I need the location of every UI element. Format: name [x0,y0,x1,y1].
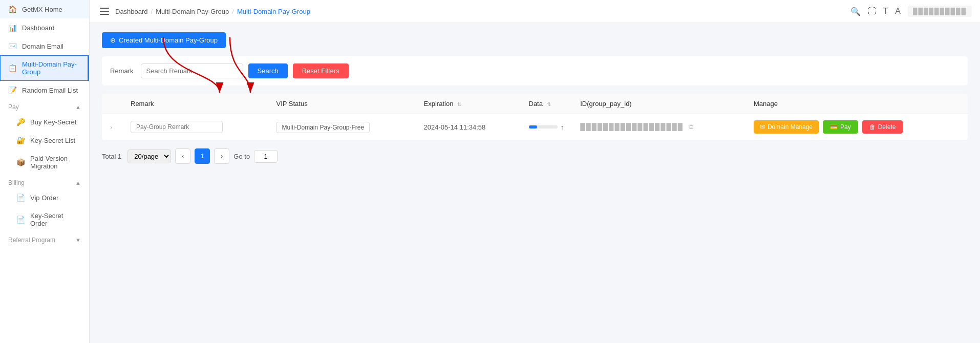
user-info: ██████████ [908,6,972,17]
sidebar-item-home-label: GetMX Home [22,6,62,13]
paid-migration-icon: 📦 [16,158,25,166]
domain-manage-button[interactable]: ✉ Domain Manage [754,120,819,134]
col-expand [102,94,122,114]
sidebar-section-referral: Referral Program ▼ [0,232,89,246]
hamburger-menu[interactable] [98,6,111,17]
vip-status-cell: Multi-Domain Pay-Group-Free [268,114,415,140]
sidebar-section-pay: Pay ▲ [0,99,89,113]
data-bar-bg [529,125,558,128]
expand-cell[interactable]: › [102,114,122,140]
domain-manage-icon: ✉ [760,123,765,131]
create-multi-domain-button[interactable]: ⊕ Created Multi-Domain Pay-Group [102,32,226,48]
manage-cell: ✉ Domain Manage 💳 Pay 🗑 Delete [745,114,968,140]
sidebar-item-domain-email[interactable]: ✉️ Domain Email [0,37,89,55]
sidebar-item-dashboard-label: Dashboard [22,24,55,32]
sidebar-section-referral-label: Referral Program [8,237,55,244]
fullscreen-icon[interactable]: ⛶ [868,7,876,16]
sidebar: 🏠 GetMX Home 📊 Dashboard ✉️ Domain Email… [0,0,90,343]
data-sort-icon: ⇅ [547,101,551,107]
next-page-button[interactable]: › [214,148,229,164]
sidebar-item-multi-domain[interactable]: 📋 Multi-Domain Pay-Group [0,55,89,81]
font-icon[interactable]: T [883,7,888,16]
hamburger-line [100,8,109,9]
breadcrumb-sep-1: / [151,8,153,15]
page-1-button[interactable]: 1 [195,148,210,164]
remark-cell [122,114,268,140]
sidebar-item-home[interactable]: 🏠 GetMX Home [0,0,89,18]
page-size-select[interactable]: 10/page 20/page 50/page [127,149,171,163]
remark-label: Remark [110,67,134,75]
action-group: ✉ Domain Manage 💳 Pay 🗑 Delete [754,120,960,134]
col-data-header[interactable]: Data ⇅ [521,94,572,114]
col-remark-header: Remark [122,94,268,114]
topbar: Dashboard / Multi-Domain Pay-Group / Mul… [90,0,980,23]
create-button-label: Created Multi-Domain Pay-Group [119,36,218,44]
breadcrumb-current: Multi-Domain Pay-Group [237,8,310,15]
breadcrumb-sep-2: / [232,8,234,15]
vip-status-badge: Multi-Domain Pay-Group-Free [276,122,370,133]
search-button[interactable]: Search [248,63,288,78]
sidebar-item-random-email-label: Random Email List [22,87,78,94]
hamburger-line [100,11,109,12]
sidebar-item-dashboard[interactable]: 📊 Dashboard [0,18,89,37]
copy-icon[interactable]: ⧉ [689,123,693,131]
data-cell: ↑ [521,114,572,140]
chevron-up-icon: ▲ [75,104,81,110]
data-bar: ↑ [529,123,564,131]
sidebar-item-key-secret-list-label: Key-Secret List [30,137,75,144]
pagination: Total 1 10/page 20/page 50/page ‹ 1 › Go… [102,140,968,164]
sidebar-item-random-email[interactable]: 📝 Random Email List [0,81,89,99]
home-icon: 🏠 [8,5,17,13]
expiration-cell: 2024-05-14 11:34:58 [416,114,521,140]
col-vip-status-header: VIP Status [268,94,415,114]
key-secret-list-icon: 🔐 [16,136,25,144]
id-value: ██████████████████ [580,123,684,131]
breadcrumb-dashboard[interactable]: Dashboard [115,8,148,15]
remark-input[interactable] [131,121,223,133]
pay-icon: 💳 [830,123,838,131]
goto-input[interactable] [254,150,278,163]
delete-label: Delete [878,123,896,131]
table-row: › Multi-Domain Pay-Group-Free 2024-05-14… [102,114,968,140]
sidebar-section-pay-label: Pay [8,103,19,111]
reset-filters-button[interactable]: Reset Filters [293,63,349,78]
sidebar-item-key-secret-list[interactable]: 🔐 Key-Secret List [0,131,89,149]
sidebar-item-paid-version-migration[interactable]: 📦 Paid Version Migration [0,149,89,175]
sidebar-item-key-secret-order[interactable]: 📄 Key-Secret Order [0,207,89,232]
id-cell: ██████████████████ ⧉ [572,114,745,140]
filter-row: Remark Search Reset Filters [102,56,968,85]
remark-search-input[interactable] [141,63,243,78]
domain-manage-label: Domain Manage [768,123,813,131]
pay-label: Pay [840,123,851,131]
prev-page-button[interactable]: ‹ [175,148,190,164]
sidebar-section-billing: Billing ▲ [0,175,89,188]
multi-domain-icon: 📋 [8,64,17,72]
col-id-header: ID(group_pay_id) [572,94,745,114]
search-icon[interactable]: 🔍 [850,7,861,16]
key-secret-order-icon: 📄 [16,216,25,224]
sidebar-item-domain-email-label: Domain Email [22,42,63,50]
breadcrumb-multi-domain[interactable]: Multi-Domain Pay-Group [156,8,229,15]
delete-button[interactable]: 🗑 Delete [862,120,903,134]
content-area: ⊕ Created Multi-Domain Pay-Group Remark … [90,23,980,343]
sidebar-item-buy-key-secret[interactable]: 🔑 Buy Key-Secret [0,113,89,131]
topbar-left: Dashboard / Multi-Domain Pay-Group / Mul… [98,6,310,17]
sidebar-item-vip-order[interactable]: 📄 Vip Order [0,188,89,207]
sidebar-item-vip-order-label: Vip Order [30,194,58,202]
main-area: Dashboard / Multi-Domain Pay-Group / Mul… [90,0,980,343]
expiration-sort-icon: ⇅ [457,101,461,107]
translate-icon[interactable]: A [895,7,901,16]
breadcrumb: Dashboard / Multi-Domain Pay-Group / Mul… [115,8,310,15]
sidebar-item-buy-key-secret-label: Buy Key-Secret [30,118,76,126]
topbar-right: 🔍 ⛶ T A ██████████ [850,6,972,17]
delete-icon: 🗑 [869,123,876,131]
chevron-down-referral-icon: ▼ [75,237,81,243]
pay-button[interactable]: 💳 Pay [823,120,858,134]
hamburger-line [100,14,109,15]
expand-icon[interactable]: › [110,124,112,131]
chevron-up-billing-icon: ▲ [75,180,81,186]
sidebar-item-multi-domain-label: Multi-Domain Pay-Group [22,60,79,76]
domain-email-icon: ✉️ [8,42,17,50]
table-header-row: Remark VIP Status Expiration ⇅ Data ⇅ [102,94,968,114]
col-expiration-header[interactable]: Expiration ⇅ [416,94,521,114]
